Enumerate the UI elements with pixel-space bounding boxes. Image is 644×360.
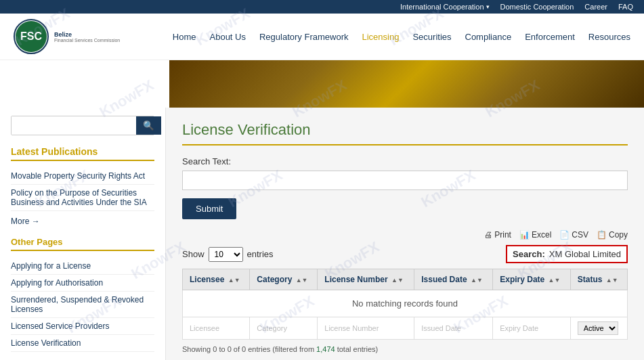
logo-words: Belize Financial Services Commission [54,31,120,43]
nav-enforcement[interactable]: Enforcement [525,32,575,42]
table-search-label: Search: [513,249,545,259]
copy-label: Copy [609,230,628,240]
faq-link[interactable]: FAQ [618,3,633,11]
nav-about[interactable]: About Us [210,32,246,42]
sort-status-icon: ▲▼ [606,277,618,284]
submit-button[interactable]: Submit [182,198,236,219]
col-expiry-date[interactable]: Expiry Date ▲▼ [493,269,571,290]
logo-circle: FSC [14,19,49,54]
sidebar-pub2[interactable]: Policy on the Purpose of Securities Busi… [11,185,154,211]
hero-image [169,60,644,108]
sort-expiry-icon: ▲▼ [549,277,561,284]
col-issued-date-label: Issued Date [421,275,467,284]
sidebar-search-input[interactable] [12,116,136,135]
col-status-label: Status [578,275,603,284]
search-text-label: Search Text: [182,156,628,166]
csv-button[interactable]: 📄 CSV [559,230,588,240]
entries-select[interactable]: 10 25 50 100 [209,247,243,262]
sidebar-applying-auth[interactable]: Applying for Authorisation [11,275,154,292]
logo-fsc-text: FSC [20,30,42,43]
print-label: Print [494,230,511,240]
placeholder-category: Category [250,317,318,340]
nav-licensing[interactable]: Licensing [362,32,399,42]
sidebar-more[interactable]: More → [11,217,154,226]
search-icon: 🔍 [143,120,154,131]
table-top-controls: 🖨 Print 📊 Excel 📄 CSV 📋 Copy [182,230,628,240]
sidebar: 🔍 Latest Publications Movable Property S… [0,108,166,360]
placeholder-licensee: Licensee [183,317,250,340]
sidebar-search-button[interactable]: 🔍 [136,116,161,135]
col-expiry-date-label: Expiry Date [500,275,544,284]
col-licensee[interactable]: Licensee ▲▼ [183,269,250,290]
total-entries-link[interactable]: 1,474 [316,345,335,353]
col-licensee-label: Licensee [190,275,224,284]
logo-area: FSC Belize Financial Services Commission [14,19,149,54]
placeholder-row: Licensee Category License Number Issued … [183,317,628,340]
nav-resources[interactable]: Resources [588,32,630,42]
table-bottom-controls: Show 10 25 50 100 entries Search: XM Glo… [182,245,628,263]
logo-belize: Belize [54,31,120,38]
placeholder-license-number: License Number [318,317,414,340]
placeholder-expiry-date: Expiry Date [493,317,571,340]
other-pages-title: Other Pages [11,237,154,251]
layout: 🔍 Latest Publications Movable Property S… [0,108,644,360]
placeholder-issued-date: Issued Date [414,317,493,340]
col-license-number[interactable]: License Number ▲▼ [318,269,414,290]
nav-securities[interactable]: Securities [412,32,451,42]
nav-regulatory[interactable]: Regulatory Framework [259,32,349,42]
data-table: Licensee ▲▼ Category ▲▼ License Number ▲… [182,269,628,340]
col-issued-date[interactable]: Issued Date ▲▼ [414,269,493,290]
main-content: License Verification Search Text: Submit… [166,108,644,360]
excel-label: Excel [532,230,551,240]
page-title: License Verification [182,121,628,145]
nav-home[interactable]: Home [173,32,196,42]
nav-compliance[interactable]: Compliance [465,32,512,42]
show-label: Show [182,249,205,259]
table-info: Showing 0 to 0 of 0 entries (filtered fr… [182,345,628,353]
sidebar-search-wrap: 🔍 [11,116,154,135]
print-button[interactable]: 🖨 Print [484,230,511,240]
header: FSC Belize Financial Services Commission… [0,14,644,60]
entries-label: entries [247,249,274,259]
career-link[interactable]: Career [584,3,607,11]
no-records-cell: No matching records found [183,290,628,317]
sort-issued-icon: ▲▼ [471,277,483,284]
status-cell: Active [578,321,620,335]
copy-icon: 📋 [597,230,607,240]
intl-coop-link[interactable]: International Cooperation [400,3,490,11]
col-category-label: Category [257,275,292,284]
status-select[interactable]: Active [578,321,618,335]
col-category[interactable]: Category ▲▼ [250,269,318,290]
latest-publications-title: Latest Publications [11,146,154,161]
col-status[interactable]: Status ▲▼ [570,269,627,290]
domestic-coop-link[interactable]: Domestic Cooperation [500,3,574,11]
excel-button[interactable]: 📊 Excel [519,230,551,240]
copy-button[interactable]: 📋 Copy [597,230,628,240]
no-records-row: No matching records found [183,290,628,317]
sidebar-licensed-providers[interactable]: Licensed Service Providers [11,318,154,335]
show-entries-wrap: Show 10 25 50 100 entries [182,247,274,262]
excel-icon: 📊 [519,230,530,240]
sidebar-license-verification[interactable]: License Verification [11,335,154,352]
table-search-box: Search: XM Global Limited [506,245,628,263]
csv-label: CSV [572,230,588,240]
sidebar-surrendered[interactable]: Surrendered, Suspended & Revoked License… [11,292,154,318]
sidebar-pub1[interactable]: Movable Property Security Rights Act [11,168,154,185]
placeholder-status: Active [570,317,627,340]
col-license-number-label: License Number [324,275,387,284]
logo-subtitle: Financial Services Commission [54,38,120,43]
print-icon: 🖨 [484,230,492,240]
top-bar: International Cooperation Domestic Coope… [0,0,644,14]
main-nav: Home About Us Regulatory Framework Licen… [173,32,630,42]
table-search-value: XM Global Limited [549,249,621,259]
logo-inner: FSC [16,21,47,52]
sort-licensee-icon: ▲▼ [228,277,240,284]
search-text-input[interactable] [182,171,628,190]
csv-icon: 📄 [559,230,570,240]
sidebar-applying-license[interactable]: Applying for a License [11,258,154,275]
sort-category-icon: ▲▼ [296,277,308,284]
sort-license-icon: ▲▼ [391,277,404,284]
